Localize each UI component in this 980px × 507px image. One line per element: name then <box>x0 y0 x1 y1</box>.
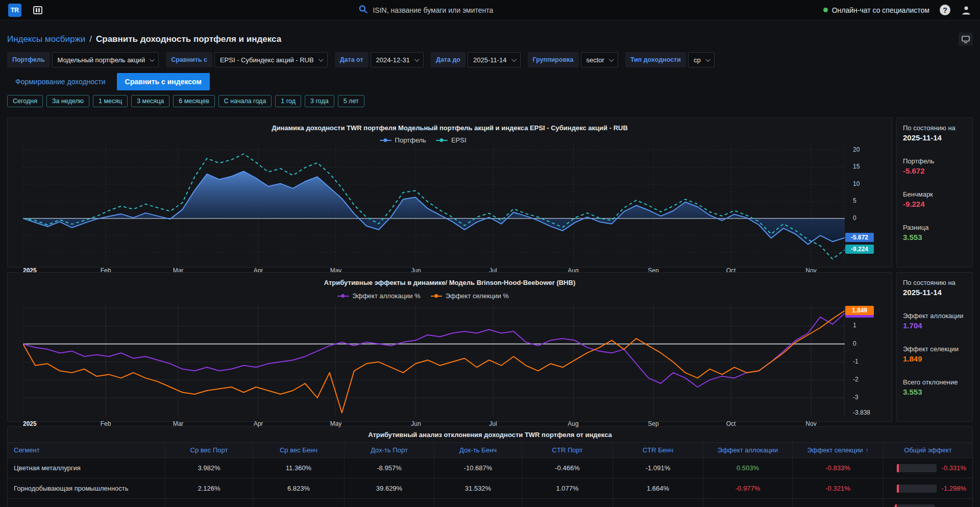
chevron-down-icon <box>414 57 420 62</box>
stat-selection-effect: Эффект селекции 1.849 <box>903 345 966 363</box>
x-tick-label: Oct <box>726 420 736 427</box>
col-avg-weight-port[interactable]: Ср вес Порт <box>165 443 253 457</box>
allocation-effect-cell: -0.977% <box>703 478 792 498</box>
layout-columns-icon[interactable] <box>33 5 43 15</box>
range-5y-button[interactable]: 5 лет <box>338 95 364 107</box>
x-tick-label: Mar <box>173 420 184 427</box>
col-allocation-effect[interactable]: Эффект аллокации <box>703 443 792 457</box>
bhb-chart-title: Атрибутивные эффекты в динамике/ Модель … <box>8 279 892 286</box>
display-mode-button[interactable] <box>959 33 973 46</box>
as-of-date: 2025-11-14 <box>903 288 966 297</box>
range-week-button[interactable]: За неделю <box>46 95 89 107</box>
filter-compare-with: Сравнить с EPSI - Субиндекс акций - RUB <box>166 52 328 67</box>
col-return-port[interactable]: Дох-ть Порт <box>344 443 434 457</box>
range-ytd-button[interactable]: С начала года <box>218 95 272 107</box>
page-title: Сравнить доходность портфеля и индекса <box>96 34 281 44</box>
attribution-table-panel: Атрибутивный анализ отклонения доходност… <box>7 426 973 507</box>
app-logo[interactable]: TR <box>8 4 21 17</box>
table-row-partial[interactable] <box>8 498 972 507</box>
search-input[interactable] <box>373 6 577 14</box>
twr-stats-panel: По состоянию на 2025-11-14 Портфель -5.6… <box>896 117 973 268</box>
legend-epsi[interactable]: EPSI <box>436 136 467 144</box>
range-1m-button[interactable]: 1 месяц <box>93 95 128 107</box>
col-ctr-port[interactable]: CTR Порт <box>522 443 612 457</box>
y-tick-label: 15 <box>853 163 860 170</box>
series-value-badge: -9.224 <box>845 245 874 254</box>
search-icon <box>358 5 368 16</box>
filter-grouping-select[interactable]: sector <box>581 52 618 67</box>
y-tick-label: -1 <box>853 358 859 365</box>
range-1y-button[interactable]: 1 год <box>275 95 301 107</box>
col-selection-effect[interactable]: Эффект селекции ↑ <box>792 443 883 457</box>
allocation-line-marker <box>337 296 349 297</box>
x-tick-label: Feb <box>101 420 111 427</box>
table-row[interactable]: Цветная металлургия 3.982% 11.360% -8.95… <box>8 457 972 478</box>
col-segment[interactable]: Сегмент <box>8 443 165 457</box>
legend-allocation-effect[interactable]: Эффект аллокации % <box>337 292 421 300</box>
view-tabs: Формирование доходности Сравнить с индек… <box>7 73 973 91</box>
col-total-effect[interactable]: Общий эффект <box>883 443 972 457</box>
online-chat-link[interactable]: Онлайн-чат со специалистом <box>823 6 929 14</box>
range-3y-button[interactable]: 3 года <box>305 95 334 107</box>
selection-line-marker <box>431 296 442 297</box>
y-tick-label: -3 <box>853 394 859 401</box>
y-tick-label: -2 <box>853 376 859 383</box>
x-tick-label: Jun <box>411 420 421 427</box>
breadcrumb-parent-link[interactable]: Индексы мосбиржи <box>7 34 85 44</box>
filter-return-type-label: Тип доходности <box>625 52 686 67</box>
selection-effect-cell: -0.321% <box>792 478 883 498</box>
filter-date-from-label: Дата от <box>335 52 369 67</box>
y-tick-label: 0 <box>853 340 856 347</box>
x-tick-label: May <box>330 420 342 427</box>
col-avg-weight-bench[interactable]: Ср вес Бенч <box>253 443 344 457</box>
bhb-chart-plot-area[interactable]: 10-1-2-3-3.8381.7041.849 2025FebMarAprMa… <box>23 305 845 417</box>
twr-chart-y-axis: 20151050-5.672-9.224 <box>845 144 906 263</box>
online-status-dot <box>823 8 828 12</box>
twr-chart-panel: Динамика доходности TWR портфеля Модельн… <box>7 117 892 268</box>
y-tick-label: 1 <box>853 322 856 329</box>
range-3m-button[interactable]: 3 месяца <box>131 95 169 107</box>
series-value-badge: -5.672 <box>845 233 874 242</box>
filter-date-to-select[interactable]: 2025-11-14 <box>468 52 521 67</box>
col-return-bench[interactable]: Дох-ть Бенч <box>434 443 522 457</box>
stat-total-deviation: Всего отклонение 3.553 <box>903 378 966 396</box>
bhb-chart-x-axis: 2025FebMarAprMayJunJulAugSepOctNov <box>23 417 845 430</box>
chevron-down-icon <box>511 57 517 62</box>
filter-date-from-select[interactable]: 2024-12-31 <box>371 52 424 67</box>
filter-portfolio-select[interactable]: Модельный портфель акций <box>52 52 159 67</box>
x-tick-label: 2025 <box>23 420 37 427</box>
filter-grouping: Группировка sector <box>528 52 618 67</box>
bhb-stats-panel: По состоянию на 2025-11-14 Эффект аллока… <box>896 272 973 422</box>
legend-portfolio[interactable]: Портфель <box>380 136 426 144</box>
y-tick-label: -3.838 <box>853 409 870 416</box>
bhb-chart-y-axis: 10-1-2-3-3.8381.7041.849 <box>845 305 906 417</box>
x-tick-label: Apr <box>254 420 263 427</box>
x-tick-label: Jul <box>489 420 497 427</box>
total-effect-cell: -1.298% <box>883 478 972 498</box>
stat-difference: Разница 3.553 <box>903 224 966 242</box>
online-chat-label: Онлайн-чат со специалистом <box>832 6 929 14</box>
global-search[interactable] <box>358 0 593 20</box>
table-row[interactable]: Горнодобывающая промышленность 2.126% 6.… <box>8 478 972 498</box>
filter-date-from: Дата от 2024-12-31 <box>335 52 424 67</box>
range-today-button[interactable]: Сегодня <box>7 95 43 107</box>
legend-selection-effect[interactable]: Эффект селекции % <box>431 292 509 300</box>
filter-compare-select[interactable]: EPSI - Субиндекс акций - RUB <box>214 52 328 67</box>
range-6m-button[interactable]: 6 месяцев <box>173 95 215 107</box>
x-tick-label: Nov <box>805 420 816 427</box>
user-icon[interactable] <box>961 5 972 16</box>
epsi-line-marker <box>436 140 448 141</box>
as-of-label: По состоянию на <box>903 124 966 132</box>
y-tick-label: 5 <box>853 197 856 204</box>
filter-compare-label: Сравнить с <box>166 52 212 67</box>
allocation-effect-cell: 0.503% <box>703 458 792 478</box>
tab-compare-with-index[interactable]: Сравнить с индексом <box>117 73 210 90</box>
chevron-down-icon <box>318 57 324 62</box>
top-bar: TR Онлайн-чат со специалистом ? <box>0 0 980 20</box>
filter-return-type-select[interactable]: cp <box>688 52 715 67</box>
tab-return-formation[interactable]: Формирование доходности <box>7 73 114 90</box>
col-ctr-bench[interactable]: CTR Бенч <box>612 443 703 457</box>
twr-chart-plot-area[interactable]: 20151050-5.672-9.224 2025FebMarAprMayJun… <box>23 144 845 263</box>
x-tick-label: Aug <box>568 420 578 427</box>
help-icon[interactable]: ? <box>940 5 950 15</box>
